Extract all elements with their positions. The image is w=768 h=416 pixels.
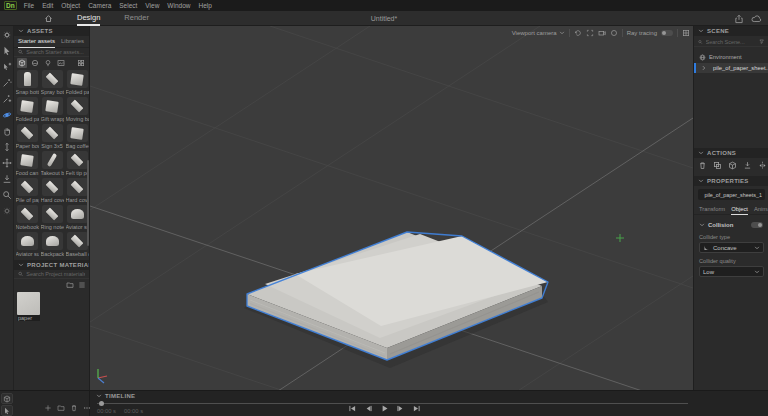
camera-reset-icon[interactable] <box>574 29 582 37</box>
frame-icon[interactable] <box>586 29 594 37</box>
play-icon[interactable] <box>380 404 389 413</box>
menu-item[interactable]: Edit <box>42 2 53 9</box>
filter-funnel-icon[interactable] <box>759 38 764 45</box>
magic-wand-icon[interactable] <box>1 77 12 88</box>
filter-lights-icon[interactable] <box>43 58 53 68</box>
asset-item[interactable]: Food can f... <box>15 151 39 177</box>
asset-item[interactable]: Ring noteb... <box>40 205 64 231</box>
filter-images-icon[interactable] <box>56 58 66 68</box>
scene-section-header[interactable]: SCENE <box>694 26 768 36</box>
tab-transform[interactable]: Transform <box>699 203 725 215</box>
asset-item[interactable]: Bag coffee <box>65 124 89 150</box>
asset-item[interactable]: Folded pa... <box>15 97 39 123</box>
drop-to-ground-icon[interactable] <box>1 173 12 184</box>
package-icon[interactable] <box>728 161 737 170</box>
tab-animation[interactable]: Animation <box>754 203 768 215</box>
filter-materials-sphere-icon[interactable] <box>30 58 40 68</box>
selected-object-chip[interactable]: pile_of_paper_sheets_1 <box>698 189 765 200</box>
project-materials-header[interactable]: PROJECT MATERIALS <box>14 260 89 270</box>
app-logo[interactable]: Dn <box>4 1 17 10</box>
list-view-icon[interactable] <box>78 281 86 289</box>
asset-item[interactable]: Notebook <box>15 205 39 231</box>
project-materials-search-input[interactable] <box>26 271 85 277</box>
pan-hand-icon[interactable] <box>1 125 12 136</box>
skip-to-end-icon[interactable] <box>412 404 421 413</box>
menu-item[interactable]: Object <box>61 2 80 9</box>
assets-section-header[interactable]: ASSETS <box>14 26 89 36</box>
transport-controls <box>0 404 768 413</box>
scene-search-input[interactable] <box>706 39 756 45</box>
asset-item[interactable]: Takeout box <box>40 151 64 177</box>
asset-item[interactable]: Spray bott... <box>40 70 64 96</box>
asset-item[interactable]: Felt tip pen <box>65 151 89 177</box>
viewport-camera-dropdown[interactable]: Viewport camera <box>512 30 565 36</box>
new-folder-icon[interactable] <box>66 281 74 289</box>
menu-item[interactable]: Help <box>198 2 211 9</box>
tab-render[interactable]: Render <box>124 11 149 26</box>
move-tool-icon[interactable] <box>1 157 12 168</box>
tab-object[interactable]: Object <box>731 203 748 215</box>
duplicate-icon[interactable] <box>713 161 722 170</box>
mirror-icon[interactable] <box>758 161 767 170</box>
dolly-tool-icon[interactable] <box>1 141 12 152</box>
collider-type-dropdown[interactable]: Concave <box>699 242 764 253</box>
asset-item[interactable]: Moving bo... <box>65 97 89 123</box>
asset-item[interactable]: Pile of pap... <box>15 178 39 204</box>
step-forward-icon[interactable] <box>396 404 405 413</box>
settings-gear-icon[interactable] <box>1 29 12 40</box>
asset-item[interactable]: Backpack ... <box>40 232 64 258</box>
asset-item[interactable]: Snap bottle <box>15 70 39 96</box>
filter-models-cube-icon[interactable] <box>17 58 27 68</box>
orbit-tool-icon[interactable] <box>1 109 12 120</box>
asset-item[interactable]: Gift wrapp... <box>40 97 64 123</box>
scene-item-pile-of-paper[interactable]: pile_of_paper_sheet... <box>694 63 768 73</box>
trash-icon[interactable] <box>698 161 707 170</box>
skip-to-start-icon[interactable] <box>348 404 357 413</box>
zoom-tool-icon[interactable] <box>1 189 12 200</box>
assets-search-input[interactable] <box>26 49 85 55</box>
step-back-icon[interactable] <box>364 404 373 413</box>
viewport-3d[interactable]: Viewport camera Ray tracing <box>90 26 693 390</box>
share-icon[interactable] <box>734 14 744 24</box>
material-item[interactable]: paper <box>17 292 40 321</box>
camera-add-icon[interactable] <box>598 29 606 37</box>
menu-item[interactable]: Window <box>167 2 190 9</box>
asset-item[interactable]: Aviator su... <box>15 232 39 258</box>
environment-sphere-icon[interactable] <box>610 29 618 37</box>
tab-libraries[interactable]: Libraries <box>61 36 84 48</box>
select-group-cursor-icon[interactable] <box>1 61 12 72</box>
menu-item[interactable]: View <box>145 2 159 9</box>
tab-design[interactable]: Design <box>77 11 100 26</box>
grid-view-icon[interactable] <box>76 58 86 68</box>
home-icon[interactable] <box>44 14 53 23</box>
actions-section-header[interactable]: ACTIONS <box>694 148 768 158</box>
menu-item[interactable]: File <box>24 2 34 9</box>
preferences-gear-icon[interactable] <box>1 205 12 216</box>
menu-item[interactable]: Camera <box>88 2 111 9</box>
scene-item-environment[interactable]: Environment <box>694 52 768 62</box>
properties-section-header[interactable]: PROPERTIES <box>694 176 768 186</box>
asset-item[interactable]: Baseball c... <box>65 232 89 258</box>
menu-item[interactable]: Select <box>119 2 137 9</box>
package-button[interactable] <box>1 393 13 404</box>
collider-quality-dropdown[interactable]: Low <box>699 266 764 277</box>
magic-wand-add-icon[interactable] <box>1 93 12 104</box>
ray-tracing-toggle[interactable] <box>661 30 673 36</box>
asset-item[interactable]: Hard cove... <box>65 178 89 204</box>
asset-item[interactable]: Folded pa... <box>65 70 89 96</box>
asset-item[interactable]: Paper bow... <box>15 124 39 150</box>
asset-item[interactable]: Hard cove... <box>40 178 64 204</box>
tab-starter-assets[interactable]: Starter assets <box>18 36 55 48</box>
collision-section-header[interactable]: Collision <box>694 220 768 230</box>
import-icon[interactable] <box>743 161 752 170</box>
asset-item[interactable]: Sign 3x5 <box>40 124 64 150</box>
chevron-right-icon[interactable] <box>701 65 707 71</box>
assets-scrollbar[interactable] <box>87 160 89 246</box>
cloud-icon[interactable] <box>751 14 762 23</box>
grid-snap-icon[interactable] <box>682 29 690 37</box>
asset-item[interactable]: Aviator su... <box>65 205 89 231</box>
collision-toggle[interactable] <box>751 222 763 228</box>
timeline-section-header[interactable]: TIMELINE <box>90 391 141 400</box>
select-cursor-icon[interactable] <box>1 45 12 56</box>
tab-bar: Design Render Untitled* <box>0 11 768 26</box>
